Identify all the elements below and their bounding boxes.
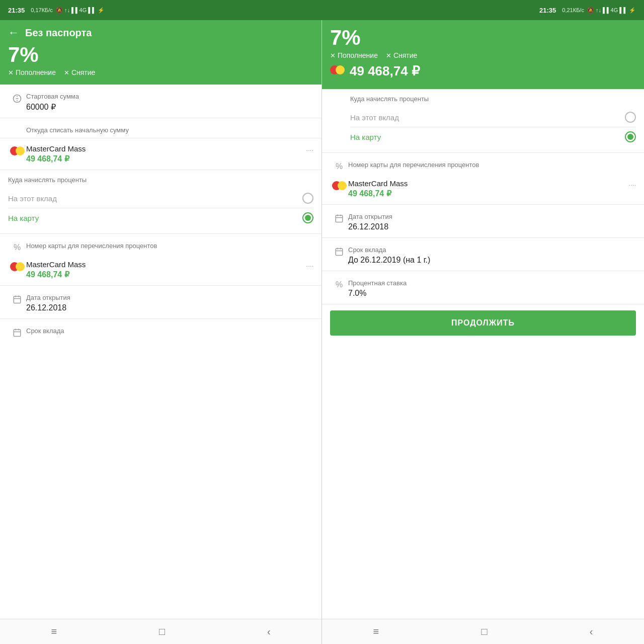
left-info: 0,17КБ/с <box>31 7 53 13</box>
right-percent-icon: % <box>330 161 348 171</box>
right-option-card[interactable]: На карту <box>350 127 636 146</box>
right-header: 7% ✕ Пополнение ✕ Снятие 49 468,74 ₽ <box>322 20 644 89</box>
option1-text: На этот вклад <box>8 194 57 203</box>
source-section: Откуда списать начальную сумму <box>0 118 321 138</box>
left-nav-menu[interactable]: ≡ <box>51 626 57 637</box>
left-screen: ← Без паспорта 7% ✕ Пополнение ✕ Снятие <box>0 20 322 644</box>
right-header-mc-icon <box>330 65 345 74</box>
left-nav-back[interactable]: ‹ <box>267 626 271 637</box>
source-icon <box>8 126 26 127</box>
source-card-row[interactable]: MasterCard Mass .... 49 468,74 ₽ <box>0 138 321 170</box>
interest-card-row[interactable]: MasterCard Mass .... 49 468,74 ₽ <box>0 254 321 286</box>
right-term-value: До 26.12.2019 (на 1 г.) <box>348 256 636 265</box>
svg-rect-1 <box>14 296 21 303</box>
right-card-content: Номер карты для перечисления процентов <box>348 161 636 171</box>
source-card-name: MasterCard Mass <box>26 144 86 153</box>
left-nav-home[interactable]: □ <box>159 626 165 637</box>
calendar1-icon <box>8 294 26 304</box>
start-sum-value: 60000 ₽ <box>26 102 313 112</box>
right-calendar1-icon <box>330 213 348 223</box>
option-this-deposit[interactable]: На этот вклад <box>8 189 313 208</box>
right-card-balance: 49 468,74 ₽ <box>348 189 636 198</box>
interest-section: Куда начислять проценты На этот вклад На… <box>0 170 321 234</box>
back-button[interactable]: ← <box>8 26 19 39</box>
right-time: 21:35 <box>539 7 556 14</box>
right-nav-back[interactable]: ‹ <box>590 626 593 637</box>
left-bottom-nav: ≡ □ ‹ <box>0 619 321 644</box>
option2-text: На карту <box>8 214 39 222</box>
right-tag1-label: Пополнение <box>338 51 378 59</box>
right-term-label: Срок вклада <box>348 246 636 254</box>
right-card-label: Номер карты для перечисления процентов <box>348 161 636 169</box>
right-bottom-nav: ≡ □ ‹ <box>322 619 644 644</box>
left-tag-snyatie: ✕ Снятие <box>64 68 95 76</box>
tag2-label: Снятие <box>71 68 95 76</box>
svg-rect-9 <box>336 215 343 222</box>
left-screen-title: Без паспорта <box>25 27 92 39</box>
source-card-balance: 49 468,74 ₽ <box>26 154 313 164</box>
right-rate-icon: % <box>330 279 348 289</box>
open-date-content: Дата открытия 26.12.2018 <box>26 294 313 312</box>
right-network-icons: 🔕 ↑↓ ▌▌4G ▌▌ ⚡ <box>587 7 636 14</box>
interest-label: Куда начислять проценты <box>8 176 313 184</box>
right-tag1-x: ✕ <box>330 52 336 59</box>
right-content: Куда начислять проценты На этот вклад На… <box>322 89 644 619</box>
tag1-label: Пополнение <box>16 68 56 76</box>
svg-rect-5 <box>14 330 21 337</box>
right-interest-label: Куда начислять проценты <box>350 95 636 103</box>
right-percent: 7% <box>330 26 636 49</box>
calendar2-icon <box>8 327 26 337</box>
mastercard-icon-2 <box>8 260 26 271</box>
open-date-label: Дата открытия <box>26 294 313 301</box>
left-time: 21:35 <box>8 7 25 14</box>
right-nav-home[interactable]: □ <box>481 626 487 637</box>
left-percent: 7% <box>8 43 313 66</box>
right-option1-text: На этот вклад <box>350 113 399 122</box>
interest-card-content: Номер карты для перечисления процентов <box>26 242 313 252</box>
right-nav-menu[interactable]: ≡ <box>373 626 379 637</box>
right-radio1[interactable] <box>625 112 636 123</box>
continue-button[interactable]: ПРОДОЛЖИТЬ <box>330 310 636 336</box>
right-mc-icon <box>330 179 348 190</box>
interest-card-name: MasterCard Mass <box>26 260 86 269</box>
right-term-content: Срок вклада До 26.12.2019 (на 1 г.) <box>348 246 636 265</box>
term-label: Срок вклада <box>26 327 313 335</box>
right-radio2[interactable] <box>625 131 636 142</box>
start-sum-section: Стартовая сумма 60000 ₽ <box>0 85 321 118</box>
right-card-row[interactable]: MasterCard Mass .... 49 468,74 ₽ <box>322 173 644 205</box>
radio2-circle[interactable] <box>302 212 313 223</box>
radio2-inner <box>305 215 311 221</box>
option-to-card[interactable]: На карту <box>8 208 313 227</box>
svg-rect-13 <box>336 249 343 256</box>
start-sum-content: Стартовая сумма 60000 ₽ <box>26 93 313 112</box>
start-sum-label: Стартовая сумма <box>26 93 313 100</box>
right-header-card: 49 468,74 ₽ <box>330 63 636 81</box>
right-interest-section: Куда начислять проценты На этот вклад На… <box>322 89 644 153</box>
right-card-name: MasterCard Mass <box>348 179 408 188</box>
interest-card-balance: 49 468,74 ₽ <box>26 270 313 279</box>
left-content: Стартовая сумма 60000 ₽ Откуда списать н… <box>0 85 321 619</box>
right-term-section: Срок вклада До 26.12.2019 (на 1 г.) <box>322 238 644 271</box>
left-header: ← Без паспорта 7% ✕ Пополнение ✕ Снятие <box>0 20 321 85</box>
left-tag-popolnenie: ✕ Пополнение <box>8 68 56 76</box>
right-rate-value: 7.0% <box>348 289 636 298</box>
mastercard-icon-1 <box>8 144 26 155</box>
right-header-content: 49 468,74 ₽ <box>350 63 636 81</box>
right-option-deposit[interactable]: На этот вклад <box>350 108 636 127</box>
percent-icon-left: % <box>8 242 26 252</box>
right-card-section: % Номер карты для перечисления процентов <box>322 153 644 173</box>
source-card-info: MasterCard Mass .... 49 468,74 ₽ <box>26 144 313 164</box>
coin-icon <box>8 93 26 104</box>
right-open-date-section: Дата открытия 26.12.2018 <box>322 205 644 238</box>
right-card-info: MasterCard Mass .... 49 468,74 ₽ <box>348 179 636 198</box>
right-tag2-x: ✕ <box>386 52 391 59</box>
interest-card-dots: .... <box>306 261 313 268</box>
right-rate-content: Процентная ставка 7.0% <box>348 279 636 298</box>
right-option2-text: На карту <box>350 133 381 141</box>
tag2-x: ✕ <box>64 69 69 76</box>
term-section: Срок вклада <box>0 319 321 343</box>
right-calendar2-icon <box>330 246 348 256</box>
right-tag-popolnenie: ✕ Пополнение <box>330 51 378 59</box>
radio1-circle[interactable] <box>302 193 313 204</box>
right-radio2-inner <box>627 134 633 140</box>
